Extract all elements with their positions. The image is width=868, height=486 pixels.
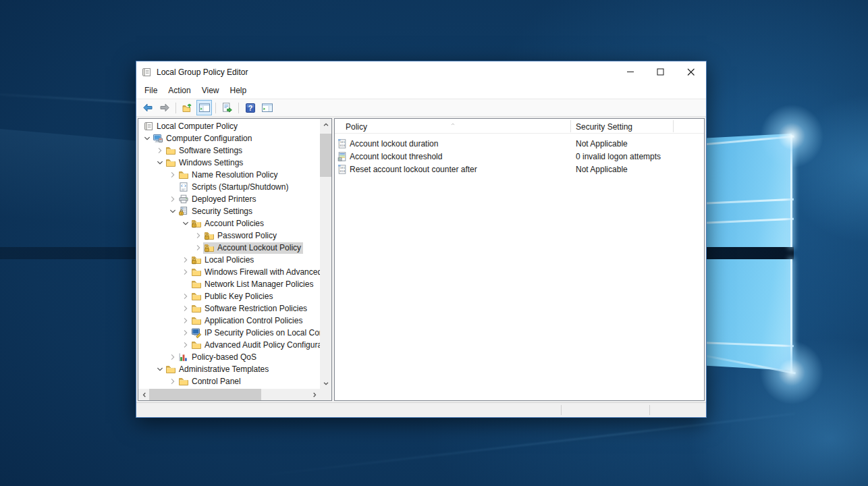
tree-node[interactable]: Control Panel: [178, 376, 243, 387]
chevron-right-icon[interactable]: [168, 352, 178, 362]
column-divider[interactable]: [673, 120, 674, 132]
back-button[interactable]: [140, 100, 155, 115]
tree-item[interactable]: Name Resolution Policy: [138, 169, 331, 181]
horizontal-scrollbar-thumb[interactable]: [149, 389, 261, 400]
tree-item[interactable]: Control Panel: [138, 375, 331, 387]
list-row[interactable]: 101010Reset account lockout counter afte…: [335, 163, 704, 176]
tree-item[interactable]: Policy-based QoS: [138, 351, 331, 363]
tree-item[interactable]: Local Computer Policy: [138, 120, 331, 132]
tree-item[interactable]: Scripts (Startup/Shutdown): [138, 181, 331, 193]
tree-node[interactable]: Account Lockout Policy: [203, 242, 303, 254]
tree-node[interactable]: Password Policy: [203, 230, 279, 242]
tree-item[interactable]: Advanced Audit Policy Configuration: [138, 339, 331, 351]
up-one-level-button[interactable]: [180, 100, 195, 115]
tree-item[interactable]: Local Policies: [138, 254, 331, 266]
chevron-down-icon[interactable]: [155, 158, 165, 167]
chevron-down-icon[interactable]: [142, 134, 152, 143]
show-action-pane-button[interactable]: [259, 100, 275, 115]
tree-node[interactable]: IP Security Policies on Local Computer: [190, 327, 332, 339]
tree-horizontal-scrollbar[interactable]: [138, 389, 320, 400]
close-button[interactable]: [676, 61, 706, 82]
chevron-right-icon[interactable]: [181, 267, 190, 277]
tree-node[interactable]: Advanced Audit Policy Configuration: [190, 340, 332, 351]
tree-item[interactable]: Windows Settings: [138, 157, 331, 169]
title-bar[interactable]: Local Group Policy Editor: [136, 61, 706, 83]
window-title: Local Group Policy Editor: [157, 68, 248, 77]
menu-file[interactable]: File: [139, 83, 163, 99]
tree-item[interactable]: Software Restriction Policies: [138, 302, 331, 315]
show-console-tree-button[interactable]: [196, 100, 212, 115]
chevron-down-icon[interactable]: [155, 364, 165, 374]
tree-item[interactable]: Account Lockout Policy: [138, 242, 331, 254]
toolbar-separator: [175, 103, 176, 113]
tree-item[interactable]: IP Security Policies on Local Computer: [138, 327, 331, 339]
tree-item[interactable]: Deployed Printers: [138, 193, 331, 205]
tree-node[interactable]: Application Control Policies: [190, 315, 304, 327]
tree-node[interactable]: Network List Manager Policies: [190, 279, 315, 290]
tree-item[interactable]: Software Settings: [138, 144, 331, 157]
chevron-down-icon[interactable]: [168, 207, 178, 216]
tree-item[interactable]: Administrative Templates: [138, 363, 331, 375]
tree-node[interactable]: Public Key Policies: [190, 291, 275, 302]
menu-view[interactable]: View: [196, 83, 225, 99]
chevron-right-icon[interactable]: [168, 170, 178, 180]
tree-node[interactable]: Local Computer Policy: [142, 121, 240, 132]
tree-node[interactable]: Local Policies: [190, 254, 256, 266]
tree-node[interactable]: Scripts (Startup/Shutdown): [178, 182, 290, 193]
tree-item[interactable]: Network List Manager Policies: [138, 278, 331, 290]
export-list-button[interactable]: [219, 100, 235, 115]
policy-name: Reset account lockout counter after: [350, 163, 566, 176]
scroll-left-button[interactable]: [138, 389, 150, 400]
menu-help[interactable]: Help: [225, 83, 252, 99]
tree-node[interactable]: Name Resolution Policy: [178, 169, 279, 181]
chevron-right-icon[interactable]: [181, 255, 190, 265]
list-row[interactable]: 101010Account lockout durationNot Applic…: [335, 138, 704, 151]
chevron-down-icon[interactable]: [181, 219, 190, 228]
chevron-right-icon[interactable]: [181, 328, 190, 338]
policy-list-pane: PolicySecurity Setting 101010Account loc…: [334, 118, 705, 401]
vertical-scrollbar-thumb[interactable]: [320, 134, 331, 177]
tree-item-label: Account Lockout Policy: [217, 242, 301, 254]
svg-text:010: 010: [340, 144, 346, 147]
tree-node[interactable]: Windows Firewall with Advanced Security: [190, 267, 332, 278]
minimize-button[interactable]: [615, 61, 645, 82]
tree-item[interactable]: Windows Firewall with Advanced Security: [138, 266, 331, 278]
tree-node[interactable]: Windows Settings: [165, 157, 245, 169]
tree-item[interactable]: Application Control Policies: [138, 315, 331, 327]
tree-node[interactable]: Deployed Printers: [178, 194, 258, 205]
chevron-right-icon[interactable]: [155, 146, 165, 155]
maximize-button[interactable]: [645, 61, 676, 82]
wallpaper-light-beam: [259, 413, 795, 477]
tree-vertical-scrollbar[interactable]: [320, 119, 331, 389]
list-row[interactable]: Account lockout threshold0 invalid logon…: [335, 151, 704, 163]
tree-node[interactable]: Administrative Templates: [165, 364, 271, 375]
scroll-right-button[interactable]: [308, 389, 320, 400]
chevron-right-icon[interactable]: [168, 194, 178, 204]
tree-item[interactable]: Account Policies: [138, 217, 331, 230]
folder-icon: [178, 169, 189, 180]
tree-node[interactable]: Computer Configuration: [152, 133, 254, 144]
chevron-right-icon[interactable]: [194, 243, 203, 252]
tree-node[interactable]: Security Settings: [178, 206, 254, 217]
forward-button[interactable]: [157, 100, 172, 115]
tree-node[interactable]: Policy-based QoS: [178, 352, 259, 363]
tree-item[interactable]: Security Settings: [138, 205, 331, 217]
tree-item[interactable]: Public Key Policies: [138, 290, 331, 302]
scroll-down-button[interactable]: [320, 377, 331, 389]
column-header-security-setting[interactable]: Security Setting: [570, 119, 673, 134]
tree-node[interactable]: Account Policies: [190, 218, 266, 230]
tree-item-label: Policy-based QoS: [192, 352, 256, 363]
tree-item[interactable]: Computer Configuration: [138, 132, 331, 144]
tree-item[interactable]: Password Policy: [138, 230, 331, 242]
chevron-right-icon[interactable]: [181, 340, 190, 350]
tree-node[interactable]: Software Restriction Policies: [190, 303, 309, 315]
help-button[interactable]: ?: [242, 100, 258, 115]
chevron-right-icon[interactable]: [168, 377, 178, 386]
chevron-right-icon[interactable]: [181, 292, 190, 301]
chevron-right-icon[interactable]: [194, 231, 203, 240]
tree-node[interactable]: Software Settings: [165, 145, 244, 157]
chevron-right-icon[interactable]: [181, 304, 190, 313]
menu-action[interactable]: Action: [163, 83, 196, 99]
chevron-right-icon[interactable]: [181, 316, 190, 325]
scroll-up-button[interactable]: [320, 119, 331, 130]
